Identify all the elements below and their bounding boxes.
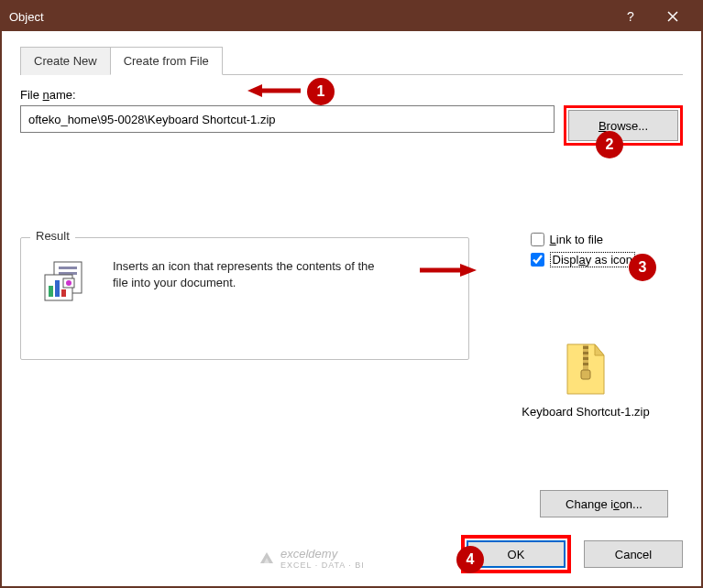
svg-rect-5 — [55, 280, 60, 297]
result-legend: Result — [30, 229, 75, 243]
watermark-icon — [258, 550, 275, 567]
help-button[interactable]: ? — [610, 2, 652, 31]
arrow-3 — [418, 262, 477, 278]
svg-rect-12 — [583, 357, 588, 360]
link-to-file-option[interactable]: Link to file — [531, 233, 635, 246]
arrow-1 — [247, 82, 302, 99]
svg-point-8 — [66, 280, 71, 286]
preview-filename: Keyboard Shortcut-1.zip — [512, 405, 659, 419]
cancel-button[interactable]: Cancel — [584, 540, 683, 568]
watermark-sub: EXCEL · DATA · BI — [280, 561, 365, 570]
watermark-main: exceldemy — [280, 547, 365, 561]
result-icon — [41, 260, 93, 304]
svg-rect-6 — [61, 289, 66, 297]
svg-rect-13 — [583, 363, 588, 365]
result-group: Result Inserts an icon that represents t… — [20, 237, 469, 360]
result-description: Inserts an icon that represents the cont… — [113, 258, 388, 290]
tab-create-new[interactable]: Create New — [20, 47, 111, 75]
highlight-browse: Browse... — [564, 105, 683, 146]
svg-rect-1 — [59, 267, 77, 269]
badge-2: 2 — [596, 131, 623, 158]
file-name-input[interactable] — [20, 105, 555, 133]
options-group: Link to file Display as icon — [531, 233, 635, 273]
svg-rect-4 — [49, 286, 53, 297]
display-as-icon-checkbox[interactable] — [531, 253, 544, 267]
file-name-label: File name: — [20, 88, 683, 102]
badge-1: 1 — [307, 78, 335, 105]
watermark: exceldemy EXCEL · DATA · BI — [258, 547, 365, 570]
svg-rect-10 — [583, 346, 588, 349]
dialog-buttons: OK Cancel — [461, 535, 683, 573]
badge-3: 3 — [629, 254, 656, 281]
svg-rect-11 — [583, 352, 588, 354]
svg-marker-16 — [247, 84, 262, 97]
zip-file-icon — [563, 343, 609, 397]
display-as-icon-option[interactable]: Display as icon — [531, 252, 635, 267]
link-to-file-checkbox[interactable] — [531, 233, 544, 246]
change-icon-button[interactable]: Change icon... — [540, 490, 668, 517]
close-button[interactable] — [652, 2, 694, 31]
display-as-icon-label: Display as icon — [550, 252, 635, 267]
close-icon — [667, 11, 678, 22]
badge-4: 4 — [456, 546, 484, 573]
titlebar: Object ? — [2, 2, 701, 31]
window-title: Object — [9, 10, 610, 24]
tab-bar: Create New Create from File — [20, 46, 683, 75]
browse-button[interactable]: Browse... — [568, 110, 678, 141]
svg-marker-18 — [460, 264, 477, 277]
svg-rect-14 — [581, 370, 590, 379]
link-to-file-label: Link to file — [550, 233, 604, 246]
icon-preview: Keyboard Shortcut-1.zip — [512, 343, 659, 419]
tab-create-from-file[interactable]: Create from File — [110, 47, 223, 75]
